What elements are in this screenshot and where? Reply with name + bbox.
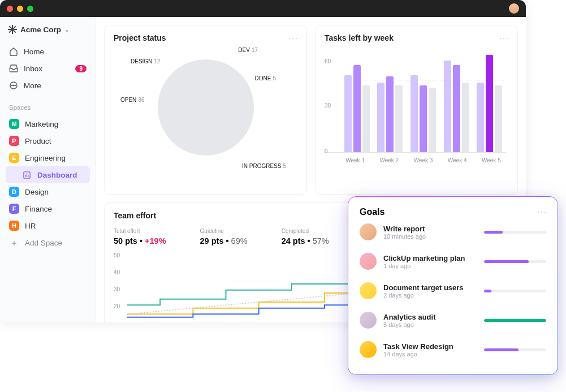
space-badge: D — [9, 187, 19, 197]
minimize-icon[interactable] — [17, 6, 23, 12]
goal-item[interactable]: Analytics audit 5 days ago — [360, 305, 546, 335]
goal-progress — [484, 290, 546, 292]
goal-item[interactable]: Document target users 2 days ago — [360, 276, 546, 305]
goal-title: ClickUp marketing plan — [383, 254, 477, 262]
space-badge: F — [9, 204, 19, 214]
bar — [353, 65, 361, 152]
goal-time: 14 days ago — [383, 351, 477, 357]
workspace-icon — [8, 25, 17, 34]
goal-progress — [484, 348, 546, 351]
goal-item[interactable]: ClickUp marketing plan 1 day ago — [360, 247, 546, 276]
bar-group — [377, 76, 403, 152]
maximize-icon[interactable] — [27, 6, 33, 12]
sidebar: Acme Corp ⌄ Home Inbox 9 More — [0, 17, 96, 322]
goal-title: Document target users — [383, 283, 477, 292]
bar — [453, 65, 460, 152]
goal-item[interactable]: Task View Redesign 14 days ago — [360, 335, 546, 364]
card-menu-button[interactable]: ··· — [499, 33, 509, 42]
svg-point-3 — [15, 85, 15, 85]
pie-chart — [158, 59, 254, 156]
bar — [420, 85, 427, 152]
metric-completed: Completed 24 pts • 57% — [282, 228, 329, 245]
goal-time: 10 minutes ago — [383, 233, 477, 240]
spaces-label: Spaces — [9, 104, 90, 111]
card-project-status: Project status ··· DESIGN12 OPEN36 DEV17… — [104, 25, 307, 195]
svg-point-1 — [12, 85, 12, 85]
titlebar — [0, 0, 526, 17]
bar — [386, 76, 394, 152]
goal-avatar — [360, 341, 377, 358]
space-badge: H — [9, 221, 19, 231]
close-icon[interactable] — [7, 6, 13, 12]
bar — [411, 75, 418, 152]
user-avatar[interactable] — [509, 3, 519, 14]
pie-label-design: DESIGN12 — [131, 58, 160, 64]
card-menu-button[interactable]: ··· — [288, 33, 299, 42]
metric-guideline: Guideline 29 pts • 69% — [200, 228, 248, 245]
metric-total: Total effort 50 pts • +19% — [114, 228, 166, 245]
pie-label-dev: DEV17 — [238, 47, 258, 53]
bar — [395, 85, 403, 152]
bar — [344, 75, 352, 152]
goal-time: 5 days ago — [383, 321, 477, 328]
goal-title: Analytics audit — [383, 313, 477, 321]
workspace-switcher[interactable]: Acme Corp ⌄ — [6, 25, 90, 34]
goal-avatar — [360, 282, 377, 299]
space-badge: P — [9, 136, 19, 146]
chevron-down-icon: ⌄ — [64, 27, 69, 33]
pie-label-inprogress: IN PROGRESS5 — [242, 163, 286, 169]
goal-time: 2 days ago — [383, 292, 477, 299]
bar-x-labels: Week 1Week 2Week 3Week 4Week 5 — [325, 157, 508, 163]
bar-chart: 60 30 0 — [327, 48, 506, 153]
goal-avatar — [360, 223, 377, 240]
goal-title: Write report — [383, 225, 477, 233]
goal-item[interactable]: Write report 10 minutes ago — [360, 217, 546, 247]
svg-point-2 — [13, 85, 14, 85]
pie-label-done: DONE5 — [255, 75, 276, 81]
goal-time: 1 day ago — [383, 262, 477, 269]
goal-progress — [484, 231, 546, 234]
bar — [444, 61, 451, 152]
goals-menu-button[interactable]: ··· — [537, 207, 547, 216]
bar — [462, 83, 469, 152]
space-badge: E — [9, 153, 19, 163]
goal-title: Task View Redesign — [383, 342, 477, 351]
inbox-badge: 9 — [75, 65, 87, 72]
sidebar-space-finance[interactable]: FFinance — [6, 200, 90, 217]
pie-label-open: OPEN36 — [120, 97, 144, 103]
bar-group — [444, 61, 469, 152]
goals-panel: ··· Goals Write report 10 minutes ago Cl… — [348, 197, 558, 374]
bar — [477, 83, 484, 152]
bar — [377, 83, 384, 152]
dashboard-icon — [21, 170, 32, 180]
bar — [495, 85, 502, 152]
card-title: Tasks left by week — [325, 33, 508, 42]
goal-avatar — [360, 312, 377, 329]
goal-progress — [484, 319, 546, 322]
goal-progress — [484, 260, 546, 263]
bar-group — [344, 65, 370, 152]
nav-home[interactable]: Home — [6, 43, 90, 60]
space-badge: M — [9, 119, 19, 129]
bar — [486, 55, 493, 152]
nav-more[interactable]: More — [6, 77, 90, 94]
sidebar-space-engineering[interactable]: EEngineering — [6, 149, 90, 166]
nav-inbox[interactable]: Inbox 9 — [6, 60, 90, 77]
bar — [429, 88, 436, 152]
sidebar-dashboard[interactable]: Dashboard — [6, 166, 90, 183]
card-title: Project status — [114, 33, 297, 42]
goal-avatar — [360, 253, 377, 270]
sidebar-space-product[interactable]: PProduct — [6, 132, 90, 149]
add-space-button[interactable]: +Add Space — [6, 234, 90, 251]
workspace-name: Acme Corp — [20, 25, 61, 34]
sidebar-space-hr[interactable]: HHR — [6, 217, 90, 234]
card-tasks-left: Tasks left by week ··· 60 30 0 Week 1Wee… — [315, 25, 518, 195]
plus-icon: + — [9, 238, 19, 248]
sidebar-space-design[interactable]: DDesign — [6, 183, 90, 200]
sidebar-space-marketing[interactable]: MMarketing — [6, 115, 90, 132]
bar-group — [477, 55, 502, 152]
bar — [362, 85, 370, 152]
goals-title: Goals — [360, 207, 546, 217]
home-icon — [9, 47, 18, 56]
inbox-icon — [9, 64, 18, 73]
